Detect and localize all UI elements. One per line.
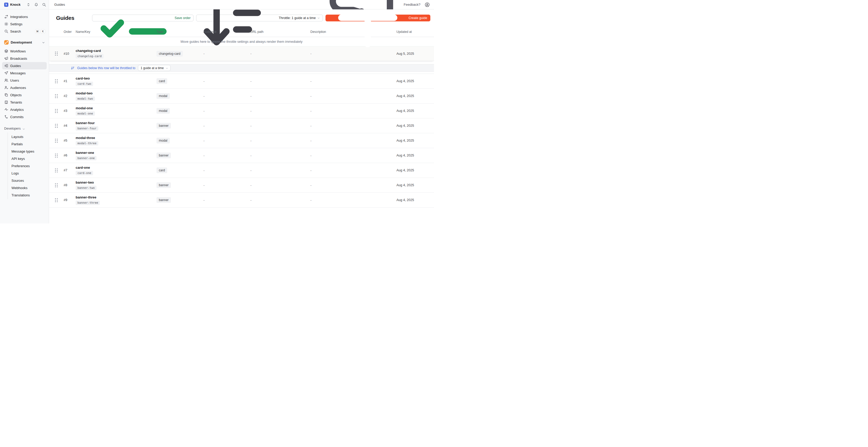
column-header-type: Type bbox=[146, 30, 201, 34]
sidebar-item-translations[interactable]: Translations bbox=[8, 191, 49, 199]
messages-icon bbox=[4, 71, 8, 75]
broadcasts-icon bbox=[4, 56, 8, 61]
guide-audience: - bbox=[201, 168, 248, 172]
sidebar-item-users[interactable]: Users bbox=[2, 77, 47, 84]
guide-order: #10 bbox=[62, 52, 73, 56]
guide-key-badge: card-one bbox=[75, 171, 93, 175]
guide-active-check-icon bbox=[149, 94, 153, 98]
guide-active-check-icon bbox=[149, 183, 153, 188]
guide-name: card-one bbox=[75, 166, 146, 169]
guide-description: - bbox=[308, 139, 389, 142]
table-row[interactable]: #8 banner-two banner-two banner - - - Au… bbox=[49, 178, 434, 193]
sidebar-item-tenants[interactable]: Tenants bbox=[2, 99, 47, 106]
sidebar-item-webhooks[interactable]: Webhooks bbox=[8, 184, 49, 191]
sidebar-item-partials[interactable]: Partials bbox=[8, 140, 49, 148]
guide-audience: - bbox=[201, 183, 248, 187]
guide-description: - bbox=[308, 109, 389, 113]
sidebar-item-integrations[interactable]: Integrations bbox=[2, 13, 47, 20]
drag-handle-icon[interactable] bbox=[54, 51, 58, 57]
create-guide-button[interactable]: Create guide bbox=[326, 14, 430, 21]
sidebar-item-analytics[interactable]: Analytics bbox=[2, 106, 47, 113]
table-row[interactable]: #9 banner-three banner-three banner - - … bbox=[49, 193, 434, 207]
sidebar-item-preferences[interactable]: Preferences bbox=[8, 162, 49, 169]
table-row[interactable]: #4 banner-four banner-four banner - - - … bbox=[49, 118, 434, 133]
sort-throttle-icon bbox=[71, 66, 74, 70]
save-order-button[interactable]: Save order bbox=[92, 14, 193, 21]
environment-switcher[interactable]: Development bbox=[2, 39, 47, 46]
table-row[interactable]: #3 modal-one modal-one modal - - - Aug 4… bbox=[49, 103, 434, 118]
guide-active-check-icon bbox=[149, 109, 153, 113]
table-row[interactable]: #1 card-two card-two card - - - Aug 4, 2… bbox=[49, 74, 434, 89]
drag-handle-icon[interactable] bbox=[54, 182, 58, 188]
sidebar-item-sources[interactable]: Sources bbox=[8, 177, 49, 184]
guide-active-check-icon bbox=[149, 198, 153, 202]
breadcrumb: Guides bbox=[54, 3, 65, 6]
guide-name: modal-one bbox=[75, 106, 146, 110]
guide-type-badge: banner bbox=[156, 197, 171, 203]
table-row[interactable]: #7 card-one card-one card - - - Aug 4, 2… bbox=[49, 163, 434, 178]
account-avatar-icon[interactable] bbox=[425, 2, 430, 7]
drag-handle-icon[interactable] bbox=[54, 123, 58, 129]
guide-description: - bbox=[308, 168, 389, 172]
throttle-amount-select[interactable]: 1 guide at a time bbox=[138, 65, 170, 71]
kbd-shortcut: K bbox=[41, 29, 45, 34]
guide-key-badge: banner-three bbox=[75, 200, 100, 205]
drag-handle-icon[interactable] bbox=[54, 93, 58, 99]
drag-handle-icon[interactable] bbox=[54, 78, 58, 84]
guide-description: - bbox=[308, 94, 389, 98]
guide-updated-at: Aug 5, 2025 bbox=[389, 52, 430, 56]
guide-updated-at: Aug 4, 2025 bbox=[389, 94, 430, 98]
guide-updated-at: Aug 4, 2025 bbox=[389, 168, 430, 172]
developers-section-toggle[interactable]: Developers bbox=[2, 125, 47, 132]
main-content: Guides Save order Throttle: 1 guide at a… bbox=[49, 9, 434, 224]
sidebar-item-logs[interactable]: Logs bbox=[8, 169, 49, 177]
search-icon[interactable] bbox=[42, 3, 46, 7]
sidebar-item-workflows[interactable]: Workflows bbox=[2, 47, 47, 55]
chevron-down-icon bbox=[166, 67, 168, 69]
chevron-down-icon bbox=[317, 17, 320, 20]
sidebar-item-message-types[interactable]: Message types bbox=[8, 148, 49, 155]
guide-key-badge: banner-two bbox=[75, 186, 96, 190]
guide-url-path: - bbox=[248, 198, 308, 202]
workspace-name: Knock bbox=[10, 3, 21, 6]
guide-order: #8 bbox=[62, 183, 73, 187]
sidebar-item-commits[interactable]: Commits bbox=[2, 113, 47, 121]
sidebar-item-guides[interactable]: Guides bbox=[2, 62, 47, 69]
guide-updated-at: Aug 4, 2025 bbox=[389, 154, 430, 157]
topbar: Guides Feedback? bbox=[49, 0, 434, 9]
guide-active-check-icon bbox=[149, 153, 153, 158]
drag-handle-icon[interactable] bbox=[54, 138, 58, 144]
chevron-down-icon bbox=[22, 127, 25, 130]
table-row[interactable]: #6 banner-one banner-one banner - - - Au… bbox=[49, 148, 434, 163]
sidebar-item-layouts[interactable]: Layouts bbox=[8, 133, 49, 140]
sidebar-item-broadcasts[interactable]: Broadcasts bbox=[2, 55, 47, 62]
drag-handle-icon[interactable] bbox=[54, 197, 58, 203]
sidebar-item-objects[interactable]: Objects bbox=[2, 91, 47, 99]
search-icon bbox=[4, 29, 8, 33]
column-header-url-path: URL path bbox=[248, 30, 308, 34]
workspace-switcher-icon[interactable] bbox=[26, 3, 31, 7]
sidebar-item-settings[interactable]: Settings bbox=[2, 20, 47, 28]
table-row[interactable]: #5 modal-three modal-three modal - - - A… bbox=[49, 133, 434, 148]
notifications-bell-icon[interactable] bbox=[34, 3, 38, 7]
chevron-down-icon bbox=[42, 41, 45, 44]
column-header-order: Order bbox=[62, 30, 73, 34]
sidebar-item-audiences[interactable]: Audiences bbox=[2, 84, 47, 91]
drag-handle-icon[interactable] bbox=[54, 167, 58, 173]
guide-url-path: - bbox=[248, 52, 308, 56]
guide-order: #6 bbox=[62, 154, 73, 157]
guide-description: - bbox=[308, 154, 389, 158]
drag-handle-icon[interactable] bbox=[54, 108, 58, 114]
throttle-divider-row: Guides below this row will be throttled … bbox=[49, 64, 434, 72]
drag-handle-icon[interactable] bbox=[54, 153, 58, 159]
sidebar-item-search[interactable]: Search ⌘K bbox=[2, 28, 47, 35]
sidebar-item-messages[interactable]: Messages bbox=[2, 69, 47, 77]
table-row[interactable]: #2 modal-two modal-two modal - - - Aug 4… bbox=[49, 89, 434, 103]
sidebar-item-api-keys[interactable]: API keys bbox=[8, 155, 49, 162]
sidebar-main-group: Workflows Broadcasts Guides Messages Use… bbox=[0, 47, 49, 121]
audiences-icon bbox=[4, 86, 8, 90]
throttle-dropdown-button[interactable]: Throttle: 1 guide at a time bbox=[196, 14, 323, 21]
objects-icon bbox=[4, 93, 8, 97]
column-header-name-key: Name/Key bbox=[73, 30, 146, 34]
guide-url-path: - bbox=[248, 109, 308, 113]
